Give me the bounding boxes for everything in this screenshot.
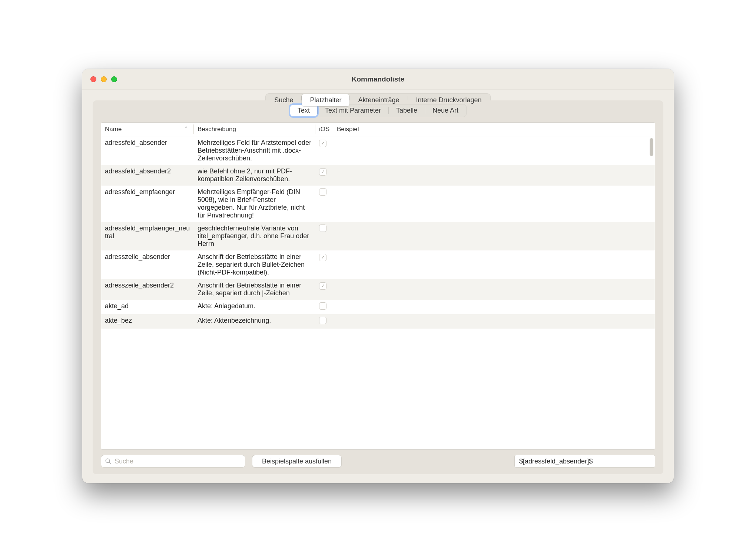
content-panel: TextText mit ParameterTabelleNeue Art Na…: [93, 100, 663, 474]
fill-example-label: Beispielspalte ausfüllen: [262, 458, 332, 465]
svg-point-0: [106, 459, 110, 463]
top-tab-platzhalter[interactable]: Platzhalter: [302, 94, 349, 106]
cell-example: [333, 136, 655, 165]
cell-ios: [315, 279, 333, 300]
search-placeholder: Suche: [115, 458, 133, 465]
code-output[interactable]: $[adressfeld_absender]$: [514, 455, 655, 468]
col-header-desc[interactable]: Beschreibung: [194, 123, 315, 136]
svg-line-1: [109, 462, 111, 464]
cell-example: [333, 314, 655, 329]
search-input[interactable]: Suche: [101, 455, 245, 468]
cell-ios: [315, 314, 333, 329]
col-header-example[interactable]: Beispiel: [333, 123, 655, 136]
table-row[interactable]: adressfeld_empfaengerMehrzeiliges Empfän…: [101, 186, 655, 222]
cell-desc: Mehrzeiliges Empfänger-Feld (DIN 5008), …: [194, 186, 315, 222]
table-row[interactable]: akte_adAkte: Anlagedatum.: [101, 300, 655, 314]
top-tab-suche[interactable]: Suche: [266, 94, 301, 106]
table-row[interactable]: akte_bezAkte: Aktenbezeichnung.: [101, 314, 655, 329]
table-row[interactable]: adressfeld_empfaenger_neutralgeschlechte…: [101, 222, 655, 250]
cell-desc: Anschrift der Betriebsstätte in einer Ze…: [194, 250, 315, 279]
cell-name: akte_bez: [101, 314, 194, 329]
cell-desc: Mehrzeiliges Feld für Arztstempel oder B…: [194, 136, 315, 165]
cell-name: adressfeld_empfaenger: [101, 186, 194, 222]
sub-tab-neue-art[interactable]: Neue Art: [425, 105, 466, 116]
top-tab-interne-druckvorlagen[interactable]: Interne Druckvorlagen: [408, 94, 490, 106]
cell-ios: [315, 300, 333, 314]
ios-checkbox[interactable]: [319, 302, 326, 310]
ios-checkbox[interactable]: [319, 254, 326, 261]
scrollbar-thumb[interactable]: [650, 138, 653, 156]
cell-desc: Akte: Aktenbezeichnung.: [194, 314, 315, 329]
sub-tab-tabelle[interactable]: Tabelle: [389, 105, 425, 116]
code-output-text: $[adressfeld_absender]$: [519, 458, 593, 465]
cell-name: adressfeld_empfaenger_neutral: [101, 222, 194, 250]
ios-checkbox[interactable]: [319, 317, 326, 324]
ios-checkbox[interactable]: [319, 225, 326, 232]
cell-ios: [315, 250, 333, 279]
cell-name: adresszeile_absender: [101, 250, 194, 279]
cell-example: [333, 250, 655, 279]
col-header-name-label: Name: [105, 126, 122, 133]
window: Kommandoliste SuchePlatzhalterAkteneintr…: [82, 69, 674, 483]
col-header-example-label: Beispiel: [337, 126, 359, 133]
table-row[interactable]: adresszeile_absender2Anschrift der Betri…: [101, 279, 655, 300]
cell-ios: [315, 136, 333, 165]
cell-desc: wie Befehl ohne 2, nur mit PDF-kompatibl…: [194, 165, 315, 186]
cell-name: adresszeile_absender2: [101, 279, 194, 300]
top-tab-akteneinträge[interactable]: Akteneinträge: [350, 94, 407, 106]
cell-example: [333, 222, 655, 250]
cell-example: [333, 279, 655, 300]
cell-name: akte_ad: [101, 300, 194, 314]
sub-tab-text-mit-parameter[interactable]: Text mit Parameter: [318, 105, 388, 116]
sub-tab-text[interactable]: Text: [290, 105, 317, 116]
col-header-desc-label: Beschreibung: [198, 126, 236, 133]
cell-desc: Akte: Anlagedatum.: [194, 300, 315, 314]
table-row[interactable]: adressfeld_absenderMehrzeiliges Feld für…: [101, 136, 655, 165]
fill-example-button[interactable]: Beispielspalte ausfüllen: [252, 455, 342, 468]
col-header-name[interactable]: Name ⌃: [101, 123, 194, 136]
sort-ascending-icon: ⌃: [182, 126, 190, 131]
cell-ios: [315, 186, 333, 222]
cell-name: adressfeld_absender2: [101, 165, 194, 186]
cell-desc: Anschrift der Betriebsstätte in einer Ze…: [194, 279, 315, 300]
ios-checkbox[interactable]: [319, 188, 326, 196]
search-icon: [105, 458, 112, 465]
cell-example: [333, 165, 655, 186]
window-title: Kommandoliste: [82, 75, 674, 83]
table-row[interactable]: adresszeile_absenderAnschrift der Betrie…: [101, 250, 655, 279]
ios-checkbox[interactable]: [319, 282, 326, 290]
cell-example: [333, 300, 655, 314]
ios-checkbox[interactable]: [319, 168, 326, 176]
cell-example: [333, 186, 655, 222]
footer: Suche Beispielspalte ausfüllen $[adressf…: [101, 450, 655, 468]
table-row[interactable]: adressfeld_absender2wie Befehl ohne 2, n…: [101, 165, 655, 186]
cell-ios: [315, 165, 333, 186]
cell-ios: [315, 222, 333, 250]
titlebar: Kommandoliste: [82, 69, 674, 90]
cell-desc: geschlechterneutrale Variante von titel_…: [194, 222, 315, 250]
cell-name: adressfeld_absender: [101, 136, 194, 165]
table: Name ⌃ Beschreibung iOS Beispiel: [101, 122, 655, 450]
ios-checkbox[interactable]: [319, 140, 326, 147]
col-header-ios-label: iOS: [319, 126, 329, 133]
col-header-ios[interactable]: iOS: [315, 123, 333, 136]
